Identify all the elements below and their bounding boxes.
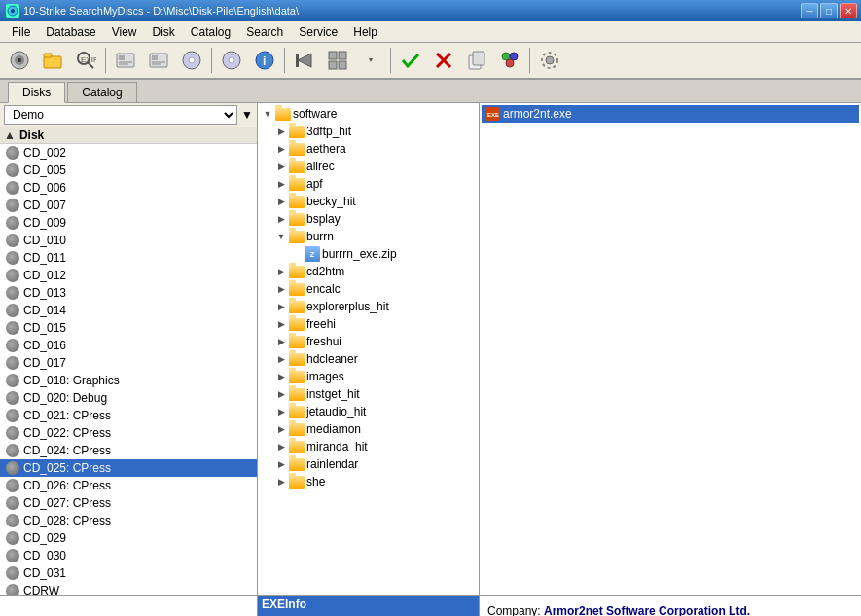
open-database-button[interactable] xyxy=(4,46,35,75)
tree-item[interactable]: ▶ freehi xyxy=(260,315,477,333)
list-item[interactable]: CD_022: CPress xyxy=(0,424,257,442)
list-item[interactable]: CD_012 xyxy=(0,267,257,284)
list-item[interactable]: CD_011 xyxy=(0,249,257,267)
info-button[interactable]: i xyxy=(249,46,280,75)
list-item[interactable]: CD_005 xyxy=(0,162,257,179)
tree-item[interactable]: ▶ rainlendar xyxy=(260,455,477,473)
menu-search[interactable]: Search xyxy=(238,23,291,41)
expand-icon[interactable]: ▶ xyxy=(275,336,287,347)
expand-icon[interactable]: ▶ xyxy=(275,318,287,330)
expand-icon[interactable]: ▶ xyxy=(275,423,287,435)
expand-icon[interactable]: ▶ xyxy=(275,441,287,453)
tree-item[interactable]: ▶ images xyxy=(260,368,477,385)
tree-item[interactable]: ▶ encalc xyxy=(260,280,477,298)
list-item[interactable]: CD_015 xyxy=(0,319,257,337)
tree-item[interactable]: ▶ freshui xyxy=(260,333,477,350)
expand-icon[interactable]: ▶ xyxy=(275,196,287,207)
database-selector[interactable]: Demo xyxy=(4,105,237,125)
expand-icon[interactable]: ▶ xyxy=(275,283,287,295)
tree-item[interactable]: ▶ allrec xyxy=(260,158,477,175)
list-item[interactable]: CD_020: Debug xyxy=(0,389,257,407)
tab-disks[interactable]: Disks xyxy=(8,82,65,103)
expand-icon[interactable]: ▶ xyxy=(275,301,287,312)
settings-button[interactable] xyxy=(534,46,565,75)
expand-icon[interactable]: ▶ xyxy=(275,371,287,382)
expand-icon[interactable]: ▶ xyxy=(275,388,287,400)
list-item[interactable]: CD_024: CPress xyxy=(0,442,257,459)
expand-icon[interactable]: ▶ xyxy=(275,143,287,155)
list-item[interactable]: CD_006 xyxy=(0,179,257,197)
list-item[interactable]: CD_017 xyxy=(0,354,257,372)
tree-item[interactable]: ▶ hdcleaner xyxy=(260,350,477,368)
grid-button[interactable] xyxy=(322,46,353,75)
tab-catalog[interactable]: Catalog xyxy=(67,82,136,102)
tree-item[interactable]: ▶ aethera xyxy=(260,140,477,158)
list-item[interactable]: CD_018: Graphics xyxy=(0,372,257,389)
list-item[interactable]: CD_010 xyxy=(0,232,257,249)
expand-icon[interactable]: ▶ xyxy=(275,458,287,470)
window-controls[interactable]: ─ □ ✕ xyxy=(801,3,857,18)
delete-button[interactable] xyxy=(428,46,459,75)
prev-button[interactable] xyxy=(110,46,141,75)
list-item[interactable]: CD_021: CPress xyxy=(0,407,257,424)
tree-item[interactable]: ▶ miranda_hit xyxy=(260,438,477,455)
list-item[interactable]: CD_025: CPress xyxy=(0,459,257,477)
tree-item[interactable]: ▶ apf xyxy=(260,175,477,193)
tools-button[interactable] xyxy=(494,46,525,75)
file-item[interactable]: EXE armor2nt.exe xyxy=(482,105,859,123)
expand-icon[interactable]: ▶ xyxy=(275,266,287,277)
tree-item[interactable]: ▶ explorerplus_hit xyxy=(260,298,477,315)
disc2-button[interactable] xyxy=(216,46,247,75)
menu-service[interactable]: Service xyxy=(291,23,345,41)
expand-icon[interactable]: ▼ xyxy=(275,231,287,242)
expand-icon[interactable]: ▶ xyxy=(275,213,287,225)
tree-item[interactable]: ▶ she xyxy=(260,473,477,490)
tree-item[interactable]: ▶ jetaudio_hit xyxy=(260,403,477,420)
tree-item[interactable]: ▼ software xyxy=(260,105,477,123)
tree-item[interactable]: ▶ mediamon xyxy=(260,420,477,438)
list-item[interactable]: CD_026: CPress xyxy=(0,477,257,494)
disc-button[interactable] xyxy=(176,46,207,75)
tree-item[interactable]: ▶ 3dftp_hit xyxy=(260,123,477,140)
list-item[interactable]: CD_002 xyxy=(0,144,257,162)
tree-item[interactable]: ▶ instget_hit xyxy=(260,385,477,403)
close-button[interactable]: ✕ xyxy=(840,3,857,18)
search-button[interactable]: EXIF xyxy=(70,46,101,75)
expand-icon[interactable]: ▶ xyxy=(275,476,287,488)
expand-icon[interactable]: ▶ xyxy=(275,353,287,365)
minimize-button[interactable]: ─ xyxy=(801,3,818,18)
list-item[interactable]: CDRW xyxy=(0,582,257,595)
menu-help[interactable]: Help xyxy=(345,23,385,41)
menu-view[interactable]: View xyxy=(104,23,145,41)
expand-icon[interactable]: ▶ xyxy=(275,126,287,137)
menu-file[interactable]: File xyxy=(4,23,38,41)
tree-item[interactable]: ▶ bsplay xyxy=(260,210,477,228)
list-item[interactable]: CD_031 xyxy=(0,564,257,582)
menu-catalog[interactable]: Catalog xyxy=(183,23,238,41)
list-item[interactable]: CD_027: CPress xyxy=(0,494,257,512)
list-item[interactable]: CD_016 xyxy=(0,337,257,354)
open-folder-button[interactable] xyxy=(37,46,68,75)
list-item[interactable]: CD_014 xyxy=(0,302,257,319)
tree-item[interactable]: Z burrrn_exe.zip xyxy=(260,245,477,263)
list-item[interactable]: CD_028: CPress xyxy=(0,512,257,529)
back-button[interactable] xyxy=(289,46,320,75)
checkmark-button[interactable] xyxy=(395,46,426,75)
tree-item[interactable]: ▶ cd2htm xyxy=(260,263,477,280)
expand-icon[interactable]: ▶ xyxy=(275,178,287,190)
list-item[interactable]: CD_009 xyxy=(0,214,257,232)
list-item[interactable]: CD_029 xyxy=(0,529,257,547)
list-item[interactable]: CD_030 xyxy=(0,547,257,564)
expand-icon[interactable]: ▶ xyxy=(275,406,287,417)
next-button[interactable] xyxy=(143,46,174,75)
copy-button[interactable] xyxy=(461,46,492,75)
menu-disk[interactable]: Disk xyxy=(145,23,183,41)
menu-database[interactable]: Database xyxy=(38,23,103,41)
list-item[interactable]: CD_013 xyxy=(0,284,257,302)
tree-item[interactable]: ▼ burrn xyxy=(260,228,477,245)
expand-icon[interactable]: ▼ xyxy=(262,108,273,120)
expand-icon[interactable]: ▶ xyxy=(275,161,287,172)
list-item[interactable]: CD_007 xyxy=(0,197,257,214)
maximize-button[interactable]: □ xyxy=(820,3,838,18)
grid-dropdown-button[interactable] xyxy=(355,46,386,75)
